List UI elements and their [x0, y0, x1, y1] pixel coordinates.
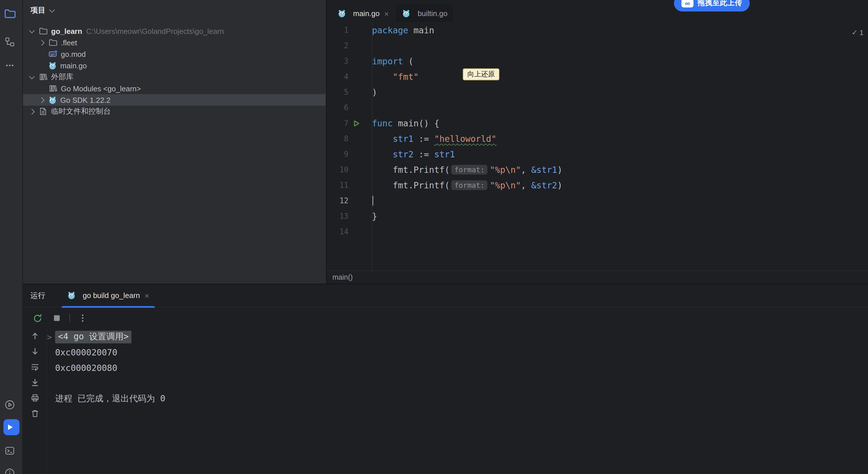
code-token: fmt.Printf( — [372, 180, 450, 190]
tree-item-go-sdk[interactable]: Go SDK 1.22.2 — [23, 94, 326, 106]
up-arrow-button[interactable] — [28, 330, 41, 342]
code-token: ) — [557, 165, 562, 175]
tree-item-go-mod[interactable]: gogo.mod — [23, 48, 326, 60]
code-token: &str2 — [531, 180, 557, 190]
tree-item-external-libraries[interactable]: 外部库 — [23, 71, 326, 83]
code-line[interactable]: 8 str1 := "helloworld" — [327, 131, 868, 146]
tree-item-main-go[interactable]: main.go — [23, 60, 326, 71]
code-token: := — [414, 134, 434, 144]
run-tool-button-active[interactable] — [3, 419, 20, 435]
code-text: fmt.Printf(format:"%p\n", &str1) — [372, 165, 562, 175]
gopher-icon — [48, 96, 57, 104]
line-number: 14 — [327, 227, 348, 236]
code-text: } — [372, 211, 377, 221]
tree-item-fleet[interactable]: .fleet — [23, 37, 326, 48]
chevron-down-icon[interactable] — [29, 27, 35, 33]
console-prompt: > — [47, 332, 52, 342]
console-output[interactable]: ><4 go 设置调用>0xc0000200700xc000020080 进程 … — [48, 329, 862, 407]
tree-item-label: 临时文件和控制台 — [51, 106, 111, 117]
structure-tool-button[interactable] — [3, 34, 20, 50]
console-text: <4 go 设置调用> — [55, 330, 131, 343]
code-line[interactable]: 4 "fmt" — [327, 69, 868, 84]
code-text: "fmt" — [372, 71, 419, 82]
tree-item-go-learn[interactable]: go_learnC:\Users\meowr\GolandProjects\go… — [23, 25, 326, 37]
project-tool-button[interactable] — [3, 6, 20, 22]
upload-drop-badge[interactable]: ∞ 拖拽至此上传 — [674, 0, 750, 11]
more-tools-button[interactable] — [3, 57, 20, 73]
inlay-hint: format: — [452, 180, 487, 190]
soft-wrap-button[interactable] — [28, 361, 41, 373]
run-tab-go-build[interactable]: go build go_learn × — [61, 284, 155, 307]
run-toolbar — [23, 307, 868, 329]
scroll-to-end-button[interactable] — [28, 376, 41, 389]
tab-builtin-go[interactable]: builtin.go — [396, 5, 453, 22]
code-line[interactable]: 10 fmt.Printf(format:"%p\n", &str1) — [327, 162, 868, 177]
services-tool-button[interactable] — [3, 397, 20, 413]
console-line: 0xc000020070 — [48, 345, 862, 360]
chevron-right-icon[interactable] — [39, 97, 44, 103]
code-token: ( — [403, 56, 413, 66]
chevron-right-icon[interactable] — [29, 109, 35, 114]
run-gutter-icon[interactable] — [353, 120, 360, 127]
code-line[interactable]: 5) — [327, 84, 868, 100]
console-text: 0xc000020080 — [55, 363, 117, 373]
project-tree: go_learnC:\Users\meowr\GolandProjects\go… — [23, 25, 326, 117]
tree-item-label: main.go — [60, 61, 87, 70]
code-token: str2 — [393, 149, 413, 159]
code-line[interactable]: 6 — [327, 100, 868, 115]
code-token: "%p\n" — [490, 165, 521, 175]
folder-icon — [38, 26, 48, 36]
breadcrumb-item[interactable]: main() — [332, 273, 353, 282]
problems-tool-button[interactable] — [3, 465, 20, 474]
line-number: 5 — [327, 88, 348, 96]
close-icon[interactable]: × — [384, 9, 389, 18]
console-separator — [46, 329, 47, 474]
project-header[interactable]: 项目 — [23, 0, 326, 21]
code-line[interactable]: 7func main() { — [327, 115, 868, 131]
print-button[interactable] — [28, 392, 41, 404]
code-area[interactable]: 1package main23import (4 "fmt"5)67func m… — [327, 22, 868, 239]
tree-item-scratches[interactable]: 临时文件和控制台 — [23, 106, 326, 117]
tab-main-go[interactable]: main.go × — [332, 5, 395, 22]
code-token: "%p\n" — [490, 180, 521, 190]
code-token: str1 — [393, 134, 413, 144]
code-line[interactable]: 14 — [327, 224, 868, 239]
code-line[interactable]: 12 — [327, 193, 868, 208]
code-token: ) — [557, 180, 562, 190]
terminal-tool-button[interactable] — [3, 443, 20, 459]
code-line[interactable]: 13} — [327, 208, 868, 224]
run-tab-label: go build go_learn — [83, 291, 140, 300]
folder-icon — [48, 38, 57, 47]
gutter-slot — [348, 120, 372, 127]
stop-button[interactable] — [51, 313, 63, 324]
library-icon — [48, 84, 57, 93]
gopher-icon — [48, 61, 57, 70]
code-token: str1 — [434, 149, 455, 159]
restore-up-tooltip: 向上还原 — [463, 68, 499, 80]
chevron-right-icon[interactable] — [39, 40, 44, 46]
run-circle-icon — [5, 399, 15, 410]
clear-console-button[interactable] — [28, 407, 41, 420]
code-line[interactable]: 2 — [327, 38, 868, 53]
code-text: fmt.Printf(format:"%p\n", &str2) — [372, 180, 562, 190]
chevron-down-icon — [49, 7, 55, 12]
console-line — [48, 376, 862, 391]
ide-window: 项目 go_learnC:\Users\meowr\GolandProjects… — [0, 0, 868, 474]
code-line[interactable]: 9 str2 := str1 — [327, 146, 868, 162]
more-options-button[interactable] — [77, 313, 88, 324]
tab-label: main.go — [353, 9, 380, 18]
code-line[interactable]: 3import ( — [327, 53, 868, 69]
code-line[interactable]: 1package main — [327, 22, 868, 38]
console-line: ><4 go 设置调用> — [48, 329, 862, 345]
tree-item-go-modules[interactable]: Go Modules <go_learn> — [23, 83, 326, 94]
line-number: 1 — [327, 26, 348, 34]
down-arrow-button[interactable] — [28, 345, 41, 358]
breadcrumb-bar: main() — [327, 270, 868, 284]
close-icon[interactable]: × — [145, 291, 149, 299]
activity-bar-bottom — [0, 397, 23, 474]
code-line[interactable]: 11 fmt.Printf(format:"%p\n", &str2) — [327, 177, 868, 193]
code-text: str2 := str1 — [372, 149, 455, 159]
chevron-down-icon[interactable] — [29, 73, 35, 79]
rerun-button[interactable] — [32, 313, 43, 324]
code-token: import — [372, 56, 403, 66]
